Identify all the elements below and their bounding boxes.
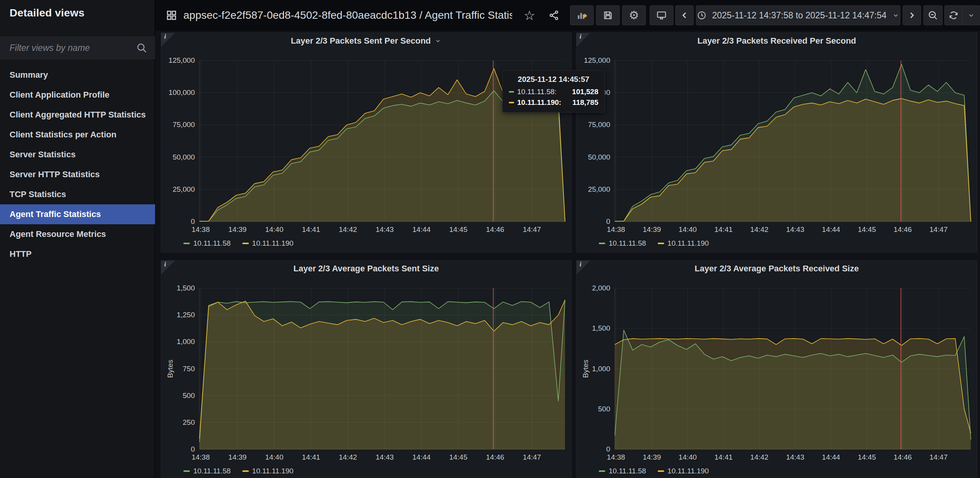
dashboard-settings-button[interactable]: ⚙ [622, 5, 646, 25]
svg-text:75,000: 75,000 [588, 121, 610, 129]
svg-text:14:46: 14:46 [893, 225, 912, 233]
legend-item[interactable]: 10.11.11.190 [242, 239, 294, 248]
filter-views-input[interactable] [0, 43, 136, 53]
panel-info-corner-icon[interactable]: i [577, 33, 590, 47]
chevron-down-icon [892, 11, 900, 19]
svg-text:1,000: 1,000 [592, 365, 610, 373]
sidebar-item-agent-traffic-statistics[interactable]: Agent Traffic Statistics [0, 204, 155, 224]
search-icon [136, 42, 147, 54]
tooltip-timestamp: 2025-11-12 14:45:57 [509, 75, 598, 84]
svg-text:500: 500 [598, 405, 610, 413]
panel-average-packets-received-size: i Layer 2/3 Average Packets Received Siz… [576, 260, 977, 478]
panel-title-menu[interactable]: Layer 2/3 Average Packets Sent Size [161, 261, 571, 277]
svg-text:750: 750 [183, 365, 195, 373]
time-range-forward-button[interactable] [903, 5, 921, 25]
dashboard-title-wrap[interactable]: appsec-f2e2f587-0ed8-4502-8fed-80aeacdc1… [166, 0, 512, 31]
share-button[interactable] [544, 5, 564, 25]
svg-text:14:44: 14:44 [412, 453, 431, 461]
sidebar-item-server-http-statistics[interactable]: Server HTTP Statistics [0, 165, 155, 184]
legend-item[interactable]: 10.11.11.58 [183, 239, 231, 248]
timeseries-chart[interactable]: 14:3814:3914:4014:4114:4214:4314:4414:45… [161, 277, 570, 467]
series-swatch [509, 91, 514, 93]
legend-item[interactable]: 10.11.11.190 [658, 467, 709, 475]
svg-text:14:44: 14:44 [822, 225, 840, 233]
zoom-out-time-button[interactable] [923, 5, 942, 25]
sidebar-item-client-aggregated-http-statistics[interactable]: Client Aggregated HTTP Statistics [0, 105, 155, 125]
svg-text:14:42: 14:42 [750, 453, 769, 461]
refresh-icon [949, 10, 959, 20]
svg-text:14:41: 14:41 [302, 453, 320, 461]
svg-text:14:44: 14:44 [412, 225, 431, 233]
sidebar-item-tcp-statistics[interactable]: TCP Statistics [0, 184, 155, 204]
sidebar-item-client-application-profile[interactable]: Client Application Profile [0, 85, 155, 105]
legend-item[interactable]: 10.11.11.58 [183, 467, 231, 475]
time-range-back-button[interactable] [675, 5, 694, 25]
clock-icon [697, 10, 707, 20]
svg-text:125,000: 125,000 [584, 56, 610, 64]
svg-text:1,500: 1,500 [176, 284, 195, 292]
svg-text:14:47: 14:47 [929, 225, 948, 233]
add-panel-button[interactable] [570, 5, 594, 25]
time-range-picker[interactable]: 2025-11-12 14:37:58 to 2025-11-12 14:47:… [696, 5, 900, 25]
svg-text:0: 0 [191, 217, 195, 225]
save-dashboard-button[interactable] [596, 5, 620, 25]
sidebar: Detailed views SummaryClient Application… [0, 0, 155, 478]
timeseries-chart[interactable]: 14:3814:3914:4014:4114:4214:4314:4414:45… [577, 277, 976, 467]
svg-text:14:42: 14:42 [750, 225, 769, 233]
panel-title-menu[interactable]: Layer 2/3 Packets Sent Per Second [161, 33, 571, 49]
monitor-icon [656, 10, 667, 21]
refresh-split-button [944, 5, 980, 25]
legend-item[interactable]: 10.11.11.190 [242, 467, 294, 475]
svg-text:14:38: 14:38 [607, 453, 625, 461]
chart-tooltip: 2025-11-12 14:45:57 10.11.11.58: 101,528… [502, 70, 605, 113]
panel-average-packets-sent-size: i Layer 2/3 Average Packets Sent Size 14… [161, 260, 572, 478]
sidebar-item-agent-resource-metrics[interactable]: Agent Resource Metrics [0, 224, 155, 244]
time-range-label: 2025-11-12 14:37:58 to 2025-11-12 14:47:… [712, 10, 887, 21]
favorite-star-button[interactable]: ☆ [519, 5, 539, 25]
panel-info-corner-icon[interactable]: i [577, 261, 590, 274]
svg-text:2,000: 2,000 [592, 284, 610, 292]
svg-text:1,000: 1,000 [176, 338, 195, 346]
svg-text:0: 0 [191, 445, 195, 453]
chart-legend: 10.11.11.58 10.11.11.190 [183, 239, 294, 248]
svg-text:14:39: 14:39 [229, 453, 247, 461]
magnifier-minus-icon [928, 10, 938, 21]
svg-text:14:43: 14:43 [786, 225, 804, 233]
cycle-view-button[interactable] [650, 5, 673, 25]
timeseries-chart[interactable]: 14:3814:3914:4014:4114:4214:4314:4414:45… [577, 49, 976, 239]
panel-info-corner-icon[interactable]: i [161, 261, 175, 274]
gear-icon: ⚙ [629, 10, 639, 21]
panel-info-corner-icon[interactable]: i [161, 33, 175, 47]
sidebar-item-http[interactable]: HTTP [0, 244, 155, 264]
svg-text:1,250: 1,250 [176, 311, 195, 319]
svg-text:14:40: 14:40 [679, 453, 697, 461]
svg-text:14:38: 14:38 [607, 225, 625, 233]
panel-title-menu[interactable]: Layer 2/3 Packets Received Per Second [577, 33, 977, 49]
sidebar-item-summary[interactable]: Summary [0, 65, 155, 85]
svg-text:1,500: 1,500 [592, 324, 610, 332]
svg-text:14:44: 14:44 [822, 453, 840, 461]
apps-grid-icon [166, 10, 177, 21]
refresh-interval-dropdown[interactable] [963, 6, 980, 25]
svg-text:100,000: 100,000 [168, 88, 195, 96]
svg-text:14:40: 14:40 [679, 225, 697, 233]
legend-item[interactable]: 10.11.11.58 [599, 239, 646, 248]
svg-text:Bytes: Bytes [581, 360, 590, 378]
legend-item[interactable]: 10.11.11.58 [599, 467, 646, 475]
svg-text:14:43: 14:43 [376, 453, 394, 461]
refresh-dashboard-button[interactable] [945, 6, 962, 25]
panel-title-menu[interactable]: Layer 2/3 Average Packets Received Size [577, 261, 977, 277]
svg-text:75,000: 75,000 [173, 121, 195, 129]
legend-item[interactable]: 10.11.11.190 [658, 239, 709, 248]
share-icon [549, 10, 559, 21]
chart-legend: 10.11.11.58 10.11.11.190 [183, 467, 294, 475]
svg-text:14:40: 14:40 [265, 453, 284, 461]
panel-title: Layer 2/3 Packets Sent Per Second [291, 36, 431, 46]
sidebar-item-client-statistics-per-action[interactable]: Client Statistics per Action [0, 125, 155, 145]
svg-text:14:38: 14:38 [191, 453, 210, 461]
sidebar-item-server-statistics[interactable]: Server Statistics [0, 145, 155, 165]
svg-text:0: 0 [606, 445, 610, 453]
series-swatch [509, 102, 514, 103]
panel-title: Layer 2/3 Packets Received Per Second [697, 36, 856, 46]
svg-text:14:39: 14:39 [229, 225, 247, 233]
